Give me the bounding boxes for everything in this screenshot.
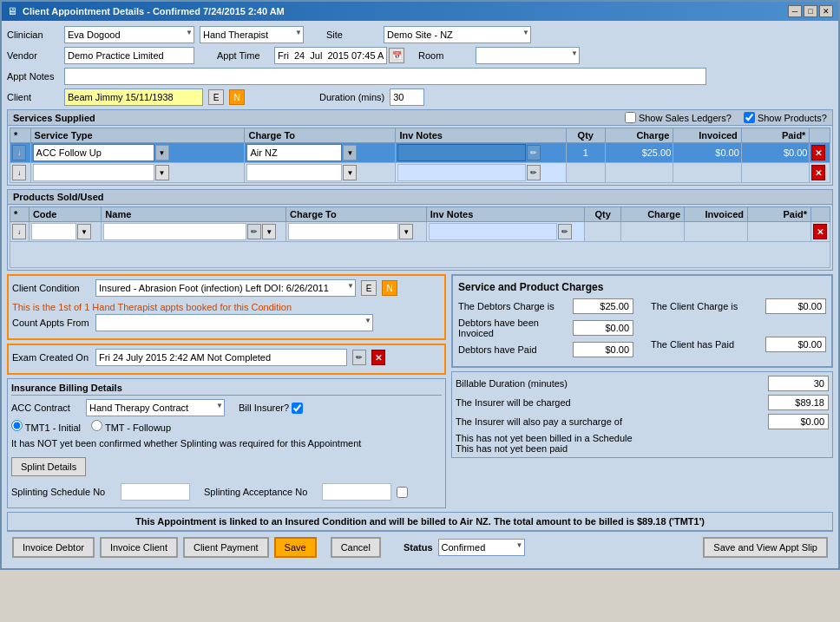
charges-title: Service and Product Charges — [458, 281, 826, 293]
products-col-qty: Qty — [585, 207, 621, 222]
appt-time-wrapper: 📅 — [274, 47, 404, 64]
client-payment-button[interactable]: Client Payment — [183, 537, 269, 558]
tmt2-radio-label: TMT - Followup — [91, 420, 171, 433]
exam-edit-button[interactable]: ✏ — [352, 350, 366, 365]
services-row1-chargeto-input[interactable] — [246, 144, 342, 161]
charges-left-col: The Debtors Charge is $25.00 Debtors hav… — [458, 298, 633, 361]
condition-select[interactable]: Insured - Abrasion Foot (infection) Left… — [95, 279, 356, 297]
appt-notes-input[interactable] — [64, 68, 706, 85]
room-select[interactable] — [476, 47, 580, 64]
services-row2-service-input[interactable] — [33, 164, 154, 181]
show-sales-ledger-label: Show Sales Ledgers? — [625, 112, 732, 123]
products-row-empty — [10, 242, 830, 268]
products-row1-charge — [621, 222, 685, 242]
condition-e-button[interactable]: E — [361, 280, 377, 296]
products-row1-chargeto: ▼ — [286, 222, 427, 242]
products-row1-name-input[interactable] — [103, 223, 246, 240]
not-yet-paid-text: This has not yet been paid — [456, 443, 829, 454]
services-row2-chargeto-down[interactable]: ▼ — [343, 165, 357, 180]
client-charge-value: $0.00 — [765, 298, 826, 314]
site-select[interactable]: Demo Site - NZ — [384, 26, 531, 43]
products-col-paid: Paid* — [748, 207, 811, 222]
services-col-invnotes: Inv Notes — [396, 128, 566, 143]
splinting-schedule-label: Splinting Schedule No — [11, 487, 115, 497]
invoice-client-button[interactable]: Invoice Client — [100, 537, 178, 558]
show-sales-ledger-checkbox[interactable] — [625, 112, 636, 123]
products-row1-delete-btn[interactable]: ✕ — [813, 224, 827, 239]
save-view-button[interactable]: Save and View Appt Slip — [703, 537, 828, 558]
services-row2-invnotes-edit[interactable]: ✏ — [527, 165, 541, 180]
splinting-acceptance-checkbox[interactable] — [397, 487, 408, 498]
tmt2-radio[interactable] — [91, 420, 102, 431]
close-button[interactable]: ✕ — [819, 5, 833, 17]
services-row1-chargeto-down[interactable]: ▼ — [343, 145, 357, 160]
services-row2-service-down[interactable]: ▼ — [155, 165, 169, 180]
services-row2-delete-btn[interactable]: ✕ — [811, 165, 825, 180]
tmt1-radio[interactable] — [11, 420, 23, 431]
services-row1-delete-btn[interactable]: ✕ — [811, 145, 825, 160]
appt-time-input[interactable] — [274, 47, 387, 64]
services-row2-chargeto: ▼ — [245, 163, 396, 183]
services-row2-down-btn[interactable]: ↓ — [12, 165, 26, 180]
count-from-select-wrapper — [95, 314, 373, 331]
insurer-charged-row: The Insurer will be charged $89.18 — [456, 395, 829, 410]
services-row1-down-btn[interactable]: ↓ — [12, 145, 26, 160]
splinting-schedule-input[interactable] — [121, 483, 190, 501]
products-header-row: * Code Name Charge To Inv Notes Qty Char… — [10, 207, 830, 222]
calendar-button[interactable]: 📅 — [389, 48, 404, 63]
products-table: * Code Name Charge To Inv Notes Qty Char… — [10, 206, 830, 268]
clinician-row: Clinician Eva Dogood Hand Therapist Site… — [7, 26, 833, 43]
bottom-notice-text: This Appointment is linked to an Insured… — [135, 516, 705, 527]
clinician-select[interactable]: Eva Dogood — [64, 26, 194, 43]
products-row1-invnotes-edit[interactable]: ✏ — [558, 224, 572, 239]
products-table-container: * Code Name Charge To Inv Notes Qty Char… — [8, 205, 832, 270]
splint-details-button[interactable]: Splint Details — [11, 457, 86, 476]
role-select[interactable]: Hand Therapist — [200, 26, 304, 43]
services-row1-service-down[interactable]: ▼ — [155, 145, 169, 160]
products-row1-down-btn[interactable]: ↓ — [12, 224, 26, 239]
restore-button[interactable]: □ — [804, 5, 817, 17]
products-row1-code-input[interactable] — [31, 223, 76, 240]
products-col-invnotes: Inv Notes — [426, 207, 585, 222]
minimize-button[interactable]: ─ — [788, 5, 802, 17]
save-button[interactable]: Save — [274, 537, 317, 558]
products-col-del — [811, 207, 830, 222]
insurer-surcharge-label: The Insurer will also pay a surcharge of — [456, 416, 768, 427]
products-row1-name-edit[interactable]: ✏ — [247, 224, 261, 239]
services-row2-invnotes-input[interactable] — [397, 164, 526, 181]
services-row1-invnotes-input[interactable] — [397, 144, 526, 161]
show-products-checkbox[interactable] — [744, 112, 755, 123]
services-col-del — [810, 128, 830, 143]
products-row1-chargeto-input[interactable] — [288, 223, 398, 240]
services-row1-service-input[interactable] — [33, 144, 154, 161]
services-col-servicetype: Service Type — [30, 128, 245, 143]
services-col-charge: Charge — [605, 128, 673, 143]
products-row1-code-down[interactable]: ▼ — [77, 224, 91, 239]
condition-n-button[interactable]: N — [382, 280, 397, 296]
client-condition-label: Client Condition — [12, 283, 90, 293]
appt-time-label: Appt Time — [217, 50, 269, 61]
services-row2-chargeto-input[interactable] — [246, 164, 342, 181]
products-row1-name-down[interactable]: ▼ — [262, 224, 276, 239]
services-row1-invnotes-edit[interactable]: ✏ — [527, 145, 541, 160]
splinting-acceptance-input[interactable] — [322, 483, 391, 501]
products-row1-invnotes-input[interactable] — [429, 223, 557, 240]
invoice-debtor-button[interactable]: Invoice Debtor — [12, 537, 95, 558]
products-row1-chargeto-down[interactable]: ▼ — [399, 224, 413, 239]
exam-input[interactable] — [95, 349, 347, 366]
billed-schedule-text: This has not yet been billed in a Schedu… — [456, 433, 829, 443]
services-row1-paid: $0.00 — [741, 143, 810, 163]
client-n-button[interactable]: N — [229, 89, 245, 105]
acc-contract-select[interactable]: Hand Therapy Contract — [86, 399, 225, 416]
client-e-button[interactable]: E — [208, 89, 224, 105]
vendor-input[interactable] — [64, 47, 194, 64]
count-from-select[interactable] — [95, 314, 373, 331]
exam-delete-button[interactable]: ✕ — [371, 350, 385, 365]
duration-input[interactable] — [390, 88, 424, 106]
client-input[interactable] — [64, 88, 203, 106]
cancel-button[interactable]: Cancel — [331, 537, 381, 558]
insurer-charged-value: $89.18 — [768, 395, 829, 410]
bill-insurer-text: Bill Insurer? — [239, 403, 289, 413]
bill-insurer-checkbox[interactable] — [292, 403, 303, 414]
status-select[interactable]: Confirmed — [438, 539, 525, 556]
